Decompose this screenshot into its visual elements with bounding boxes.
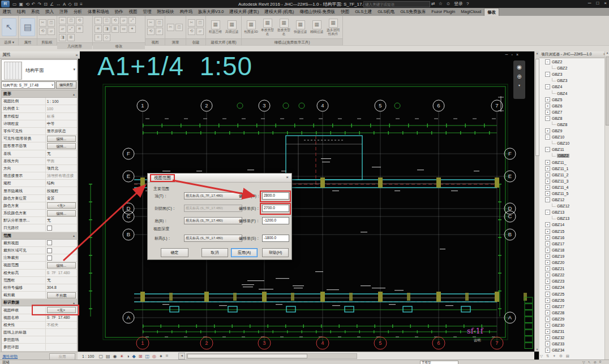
property-value[interactable]: 清理所有墙连接 [46, 173, 77, 179]
ribbon-tool-icon[interactable]: ⟲ [76, 17, 83, 24]
expand-icon[interactable]: + [545, 222, 550, 227]
property-checkbox[interactable] [47, 240, 52, 245]
minimize-icon[interactable]: ─ [588, 1, 591, 6]
property-button-不剪裁[interactable]: 不剪裁 [47, 292, 76, 298]
tree-item-GBZ13[interactable]: GBZ13 [541, 215, 605, 222]
ribbon-tab-族库大师V3.0[interactable]: 族库大师V3.0 [195, 8, 226, 16]
chevron-down-icon[interactable]: ▾ [73, 67, 75, 72]
property-group-图形[interactable]: 图形▴ [2, 90, 77, 98]
expand-icon[interactable]: + [545, 260, 550, 265]
tree-item-GBZ16[interactable]: +GBZ16 [541, 235, 605, 241]
redo-icon[interactable]: ↷ [38, 2, 42, 7]
tree-item-GBZ14[interactable]: +GBZ14 [541, 222, 605, 228]
tree-item-GBZ18[interactable]: +GBZ18 [541, 247, 605, 253]
render-icon[interactable]: ◆ [132, 354, 136, 359]
ribbon-tab-结构[interactable]: 结构 [14, 8, 28, 16]
ribbon-tool-icon[interactable]: ≋ [76, 25, 83, 33]
property-value[interactable]: 编辑... [46, 143, 77, 149]
tree-item-GBZ11_3[interactable]: +GBZ11_3 [541, 178, 605, 184]
tree-item-GBZ11_5[interactable]: +GBZ11_5 [541, 190, 605, 197]
open-icon[interactable]: ▭ [12, 2, 17, 7]
print-icon[interactable]: ⊡ [44, 2, 48, 7]
ribbon-tool-icon[interactable]: ✂ [95, 17, 102, 24]
collapse-icon[interactable]: ▴ [73, 233, 77, 237]
property-checkbox[interactable] [47, 255, 52, 261]
ribbon-tool-icon[interactable]: ▱ [196, 28, 204, 35]
tree-item-GBZ28[interactable]: +GBZ28 [541, 310, 605, 316]
tree-item-GBZ25[interactable]: +GBZ25 [541, 291, 605, 297]
ribbon-tab-建筑[interactable]: 建筑 [0, 8, 14, 16]
expand-icon[interactable]: + [545, 248, 550, 253]
view-restore-icon[interactable]: ▫ [511, 53, 512, 57]
ribbon-tab-建模大师 (机电)[interactable]: 建模大师 (机电) [262, 8, 297, 16]
tree-item-GBZ11_[interactable]: +GBZ11_ [541, 159, 605, 166]
ribbon-tab-视图[interactable]: 视图 [126, 8, 140, 16]
expand-icon[interactable]: + [545, 254, 550, 259]
view-properties-icon[interactable]: ✦ [159, 354, 163, 359]
tree-item-GBZ5[interactable]: +GBZ5 [541, 97, 605, 103]
ribbon-tool-icon[interactable]: ▱ [156, 28, 163, 35]
ribbon-tool-icon[interactable]: ◫ [156, 19, 163, 27]
tree-item-GBZ34[interactable]: +GBZ34 [541, 347, 605, 353]
restore-icon[interactable]: □ [596, 1, 599, 6]
drawing-area[interactable]: A1+1/4 1:50 ─ ▫ × ◉ ⊕ ▾ 12345671234567FF… [78, 51, 534, 352]
browser-settings-icon[interactable]: ⚙ [559, 354, 563, 358]
zoom-icon[interactable]: ⊕ [517, 73, 521, 80]
collapse-icon[interactable]: ▴ [73, 301, 77, 305]
dialog-button-帮助(H)[interactable]: 帮助(H) [262, 248, 289, 257]
expand-icon[interactable]: + [545, 304, 550, 309]
tree-item-GBZ4[interactable]: −GBZ4 [541, 84, 605, 90]
expand-icon[interactable]: + [545, 229, 550, 234]
property-value[interactable] [46, 255, 77, 261]
expand-icon[interactable]: + [545, 166, 550, 171]
ribbon-tool-icon[interactable]: ◫ [48, 19, 55, 27]
select-filter-icon[interactable]: ▽ [582, 360, 585, 364]
plan-canvas[interactable]: 12345671234567FFEEDDCCBBAA sf-1f 说明: [78, 51, 534, 352]
browser-sort-icon[interactable]: ⇅ [546, 354, 549, 358]
reveal-hidden-icon[interactable]: ◎ [152, 354, 156, 359]
property-group-范围[interactable]: 范围▴ [2, 232, 77, 240]
property-value[interactable]: 304.8 [46, 285, 77, 289]
tree-item-GBZ11_4[interactable]: +GBZ11_4 [541, 184, 605, 190]
property-button-<无>[interactable]: <无> [47, 307, 76, 313]
select-arrow-icon[interactable]: ↖ [588, 360, 591, 364]
ribbon-tab-系统[interactable]: 系统 [28, 8, 42, 16]
view-type-dropdown[interactable]: 结构平面: S_7F_17.48∨ [1, 81, 55, 89]
ribbon-tool-icon[interactable]: ⤢ [67, 25, 75, 33]
tree-item-GBZ30[interactable]: +GBZ30 [541, 322, 605, 328]
undo-icon[interactable]: ↶ [32, 2, 36, 7]
offset-input[interactable]: -1800.0 [262, 235, 289, 242]
expand-icon[interactable]: + [545, 329, 550, 334]
ribbon-tool-icon[interactable]: ≋ [95, 25, 102, 33]
collapse-icon[interactable]: − [545, 135, 550, 140]
collapse-icon[interactable]: − [545, 72, 550, 77]
property-value[interactable]: 编辑... [46, 210, 77, 216]
property-button-编辑...[interactable]: 编辑... [47, 210, 76, 216]
ribbon-tool-icon[interactable]: ⟲ [188, 28, 195, 35]
expand-icon[interactable]: + [545, 298, 550, 303]
expand-icon[interactable]: + [545, 160, 550, 165]
tree-item-GBZ13[interactable]: −GBZ13 [541, 209, 605, 215]
ribbon-tab-GLS土建[interactable]: GLS土建 [352, 8, 375, 16]
tree-item-GBZ2[interactable]: GBZ2 [541, 65, 605, 71]
ribbon-button-批改类型名[interactable]: ▦批改类型名 [276, 19, 291, 36]
property-value[interactable]: <无> [46, 202, 77, 209]
help-icon[interactable]: ? [466, 1, 469, 6]
section-icon[interactable]: ⊟ [74, 2, 78, 7]
expand-icon[interactable]: + [545, 103, 550, 109]
property-value[interactable]: 无 [46, 278, 77, 283]
offset-input[interactable]: -1200.0 [262, 217, 289, 224]
exclude-options-icon[interactable]: ⊘ [594, 360, 597, 364]
ribbon-tool-icon[interactable]: ◨ [59, 34, 66, 41]
type-selector[interactable]: 结构平面 ▾ [1, 59, 78, 81]
save-icon[interactable]: ▣ [19, 2, 24, 7]
crop-view-icon[interactable]: ⊞ [139, 354, 143, 359]
view-scale-button[interactable]: 1 : 100 [82, 354, 94, 358]
expand-icon[interactable]: + [545, 235, 550, 240]
detail-level-icon[interactable]: ▤ [106, 354, 110, 359]
ribbon-tool-icon[interactable]: ▱ [59, 25, 66, 33]
expand-icon[interactable]: + [545, 191, 550, 196]
ribbon-tool-icon[interactable]: ◨ [103, 25, 110, 33]
ribbon-tool-icon[interactable]: ▭ [120, 25, 127, 33]
tree-item-GBZ10[interactable]: GBZ10 [541, 140, 605, 146]
